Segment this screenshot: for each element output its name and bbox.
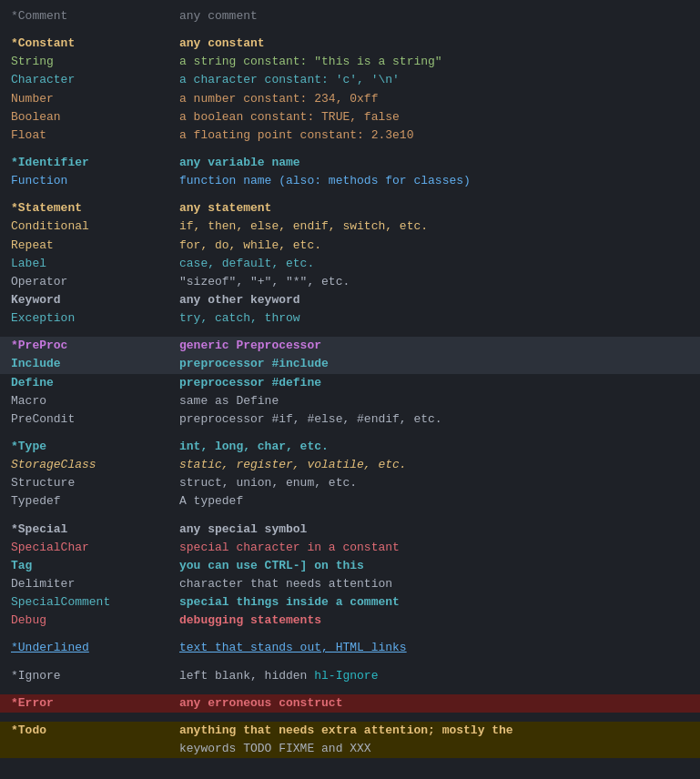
- list-item: *Specialany special symbol: [0, 521, 700, 539]
- spacer: [0, 328, 700, 337]
- list-item: Repeatfor, do, while, etc.: [0, 237, 700, 255]
- syntax-group-name: Label: [11, 255, 179, 273]
- syntax-group-desc: debugging statements: [179, 612, 689, 630]
- spacer: [0, 190, 700, 199]
- syntax-group-name: Delimiter: [11, 575, 179, 593]
- syntax-group-name: *PreProc: [11, 337, 179, 355]
- syntax-group-name: Character: [11, 71, 179, 89]
- syntax-group-desc: static, register, volatile, etc.: [179, 456, 689, 474]
- list-item: Structurestruct, union, enum, etc.: [0, 474, 700, 492]
- syntax-group-desc: A typedef: [179, 492, 689, 511]
- list-item: Functionfunction name (also: methods for…: [0, 172, 700, 190]
- list-item: *Errorany erroneous construct: [0, 694, 700, 713]
- syntax-group-name: Structure: [11, 474, 179, 492]
- syntax-group-name: *Comment: [11, 7, 179, 25]
- syntax-group-name: Number: [11, 90, 179, 108]
- syntax-group-desc: same as Define: [179, 392, 689, 410]
- syntax-group-desc: any special symbol: [179, 521, 689, 539]
- list-item: Tagyou can use CTRL-] on this: [0, 557, 700, 575]
- list-item: *Ignoreleft blank, hidden hl-Ignore: [0, 667, 700, 685]
- spacer: [0, 429, 700, 438]
- list-item: PreConditpreprocessor #if, #else, #endif…: [0, 410, 700, 429]
- spacer: [0, 685, 700, 694]
- syntax-group-name: Conditional: [11, 218, 179, 236]
- syntax-group-desc: text that stands out, HTML links: [179, 639, 689, 657]
- syntax-group-name: String: [11, 53, 179, 71]
- syntax-group-name: Operator: [11, 273, 179, 291]
- list-item: *Constantany constant: [0, 35, 700, 53]
- syntax-group-desc: int, long, char, etc.: [179, 438, 689, 456]
- spacer: [0, 25, 700, 35]
- syntax-group-desc: function name (also: methods for classes…: [179, 172, 689, 190]
- syntax-group-desc: if, then, else, endif, switch, etc.: [179, 218, 689, 236]
- syntax-group-name: Repeat: [11, 237, 179, 255]
- syntax-group-desc: any comment: [179, 7, 689, 25]
- syntax-group-name: *Underlined: [11, 639, 179, 657]
- syntax-group-desc: any variable name: [179, 154, 689, 172]
- syntax-group-name: Boolean: [11, 108, 179, 126]
- list-item: Keywordany other keyword: [0, 291, 700, 309]
- syntax-group-name: *Constant: [11, 35, 179, 53]
- list-item: Operator"sizeof", "+", "*", etc.: [0, 273, 700, 291]
- syntax-group-name: *Todo: [11, 722, 179, 740]
- syntax-group-name: StorageClass: [11, 456, 179, 474]
- syntax-group-desc: generic Preprocessor: [179, 337, 689, 355]
- syntax-group-desc: left blank, hidden hl-Ignore: [179, 667, 689, 685]
- syntax-group-name: *Error: [11, 694, 179, 713]
- list-item: *Underlinedtext that stands out, HTML li…: [0, 639, 700, 657]
- syntax-group-name: *Special: [11, 521, 179, 539]
- list-item: Includepreprocessor #include: [0, 355, 700, 373]
- extra-label: hl-Ignore: [314, 669, 378, 683]
- syntax-group-desc: any constant: [179, 35, 689, 53]
- syntax-group-desc: keywords TODO FIXME and XXX: [179, 740, 689, 758]
- list-item: Floata floating point constant: 2.3e10: [0, 126, 700, 145]
- spacer: [0, 713, 700, 722]
- syntax-group-name: SpecialComment: [11, 593, 179, 612]
- syntax-group-name: Include: [11, 355, 179, 373]
- list-item: Delimitercharacter that needs attention: [0, 575, 700, 593]
- syntax-group-name: SpecialChar: [11, 539, 179, 557]
- syntax-group-name: *Type: [11, 438, 179, 456]
- syntax-group-desc: a character constant: 'c', '\n': [179, 71, 689, 89]
- syntax-group-name: PreCondit: [11, 410, 179, 429]
- syntax-group-name: [11, 740, 179, 758]
- syntax-group-desc: a boolean constant: TRUE, false: [179, 108, 689, 126]
- syntax-group-name: Keyword: [11, 291, 179, 309]
- list-item: Conditionalif, then, else, endif, switch…: [0, 218, 700, 236]
- syntax-group-desc: special character in a constant: [179, 539, 689, 557]
- syntax-group-desc: struct, union, enum, etc.: [179, 474, 689, 492]
- list-item: Charactera character constant: 'c', '\n': [0, 71, 700, 89]
- list-item: Macrosame as Define: [0, 392, 700, 410]
- syntax-group-name: Define: [11, 374, 179, 392]
- syntax-group-name: *Identifier: [11, 154, 179, 172]
- syntax-group-desc: character that needs attention: [179, 575, 689, 593]
- list-item: *Statementany statement: [0, 199, 700, 218]
- list-item: Debugdebugging statements: [0, 612, 700, 630]
- syntax-group-name: Exception: [11, 309, 179, 328]
- syntax-group-name: Function: [11, 172, 179, 190]
- syntax-highlight-list: *Commentany comment*Constantany constant…: [0, 7, 700, 779]
- list-item: *Commentany comment: [0, 7, 700, 25]
- syntax-group-name: Float: [11, 126, 179, 145]
- syntax-group-desc: you can use CTRL-] on this: [179, 557, 689, 575]
- list-item: SpecialCharspecial character in a consta…: [0, 539, 700, 557]
- list-item: SpecialCommentspecial things inside a co…: [0, 593, 700, 612]
- list-item: Numbera number constant: 234, 0xff: [0, 90, 700, 108]
- list-item: keywords TODO FIXME and XXX: [0, 740, 700, 758]
- list-item: *Typeint, long, char, etc.: [0, 438, 700, 456]
- syntax-group-desc: for, do, while, etc.: [179, 237, 689, 255]
- syntax-group-desc: preprocessor #include: [179, 355, 689, 373]
- syntax-group-desc: a string constant: "this is a string": [179, 53, 689, 71]
- spacer: [0, 658, 700, 667]
- spacer: [0, 145, 700, 154]
- list-item: Labelcase, default, etc.: [0, 255, 700, 273]
- syntax-group-desc: a floating point constant: 2.3e10: [179, 126, 689, 145]
- list-item: Booleana boolean constant: TRUE, false: [0, 108, 700, 126]
- syntax-group-desc: "sizeof", "+", "*", etc.: [179, 273, 689, 291]
- list-item: Exceptiontry, catch, throw: [0, 309, 700, 328]
- syntax-group-desc: a number constant: 234, 0xff: [179, 90, 689, 108]
- syntax-group-desc: any erroneous construct: [179, 694, 689, 713]
- syntax-group-desc: case, default, etc.: [179, 255, 689, 273]
- list-item: *Identifierany variable name: [0, 154, 700, 172]
- list-item: Stringa string constant: "this is a stri…: [0, 53, 700, 71]
